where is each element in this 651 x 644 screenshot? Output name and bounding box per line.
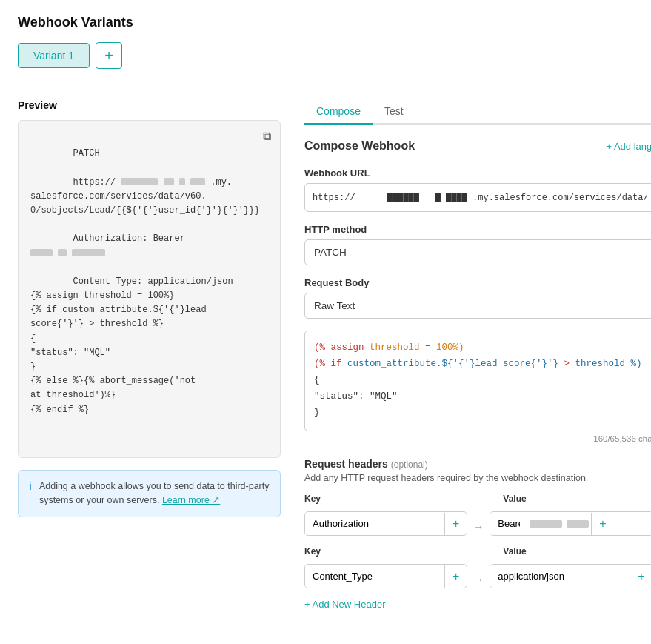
header-labels-row-2: Key Value [304, 546, 651, 561]
key-input-wrap-2: + [304, 564, 467, 588]
code-line-2: (% if custom_attribute.${'{'}lead score{… [314, 356, 651, 371]
preview-code: PATCH https:// .my. salesforce.com/servi… [30, 133, 268, 445]
code-line-3: { [314, 373, 651, 388]
tabs-row: Compose Test [304, 99, 651, 125]
val-add-button-1[interactable]: + [591, 513, 613, 535]
copy-icon[interactable]: ⧉ [263, 130, 271, 143]
http-method-label: HTTP method [304, 224, 651, 235]
request-headers-label: Request headers (optional) [304, 458, 651, 470]
headers-desc: Add any HTTP request headers required by… [304, 473, 651, 483]
header-group-1: Key Value + → [304, 494, 651, 536]
webhook-url-input[interactable] [305, 187, 651, 209]
info-box: i Adding a webhook allows you to send da… [18, 470, 281, 517]
key-label-2: Key [304, 546, 450, 557]
right-panel: Compose Test Compose Webhook + Add langu… [304, 99, 651, 610]
code-line-1: (% assign threshold = 100%) [314, 340, 651, 355]
char-count: 160/65,536 characters [304, 434, 651, 443]
header-group-2: Key Value + → [304, 546, 651, 588]
webhook-url-label: Webhook URL [304, 167, 651, 179]
header-row-1: + → + 🗑 [304, 511, 651, 536]
info-icon: i [29, 480, 32, 492]
header-row-2: + → + 🗑 [304, 564, 651, 588]
header-key-input-1[interactable] [305, 512, 444, 535]
header-arrow-1: → [473, 515, 484, 533]
section-divider [18, 84, 633, 84]
main-layout: Preview ⧉ PATCH https:// .my. salesforce… [18, 99, 633, 610]
val-add-button-2[interactable]: + [630, 565, 651, 588]
tab-compose[interactable]: Compose [304, 99, 373, 125]
webhook-url-input-row: + [304, 183, 651, 212]
header-key-input-2[interactable] [305, 565, 444, 588]
request-body-label: Request Body [304, 277, 651, 288]
val-label-1: Value [503, 494, 648, 504]
info-text: Adding a webhook allows you to send data… [39, 479, 270, 508]
compose-title: Compose Webhook [304, 139, 415, 153]
preview-content-type: Content_Type: application/json {% assign… [30, 276, 233, 415]
add-variant-button[interactable]: + [96, 42, 122, 69]
request-body-code-area[interactable]: + (% assign threshold = 100%) (% if cust… [304, 331, 651, 431]
add-header-button[interactable]: + Add New Header [304, 599, 385, 610]
http-method-select[interactable]: PATCH GET POST PUT DELETE [305, 240, 651, 265]
optional-label: (optional) [391, 459, 428, 470]
http-method-select-row: PATCH GET POST PUT DELETE ▾ [304, 239, 651, 265]
variants-row: Variant 1 + [18, 42, 633, 69]
tab-test[interactable]: Test [373, 99, 415, 125]
add-languages-button[interactable]: + Add languages [606, 141, 651, 152]
key-input-wrap-1: + [304, 511, 467, 536]
redacted-1a [530, 520, 562, 528]
val-label-2: Value [503, 546, 648, 557]
redacted-1b [567, 520, 589, 528]
header-val-input-2[interactable] [490, 565, 630, 588]
learn-more-link[interactable]: Learn more ↗ [162, 495, 220, 505]
preview-url: https:// .my. salesforce.com/services/da… [30, 177, 260, 216]
preview-box: ⧉ PATCH https:// .my. salesforce.com/ser… [18, 120, 281, 458]
code-line-4: "status": "MQL" [314, 389, 651, 404]
code-line-5: } [314, 405, 651, 420]
preview-label: Preview [18, 99, 281, 111]
header-arrow-2: → [473, 568, 484, 585]
val-input-wrap-1: + [490, 511, 651, 536]
compose-header: Compose Webhook + Add languages [304, 139, 651, 153]
key-add-button-2[interactable]: + [444, 565, 467, 588]
left-panel: Preview ⧉ PATCH https:// .my. salesforce… [18, 99, 281, 610]
header-labels-row-1: Key Value [304, 494, 651, 508]
variant-1-tab[interactable]: Variant 1 [18, 43, 90, 68]
request-body-select-row: Raw Text JSON ▾ [304, 293, 651, 319]
key-label-1: Key [304, 494, 450, 504]
preview-method: PATCH [73, 148, 100, 159]
preview-auth: Authorization: Bearer [30, 233, 185, 258]
key-add-button-1[interactable]: + [444, 513, 467, 535]
val-input-wrap-2: + [490, 564, 651, 588]
request-body-select[interactable]: Raw Text JSON [305, 293, 651, 318]
page-title: Webhook Variants [18, 15, 633, 30]
header-val-input-1[interactable] [490, 512, 527, 535]
